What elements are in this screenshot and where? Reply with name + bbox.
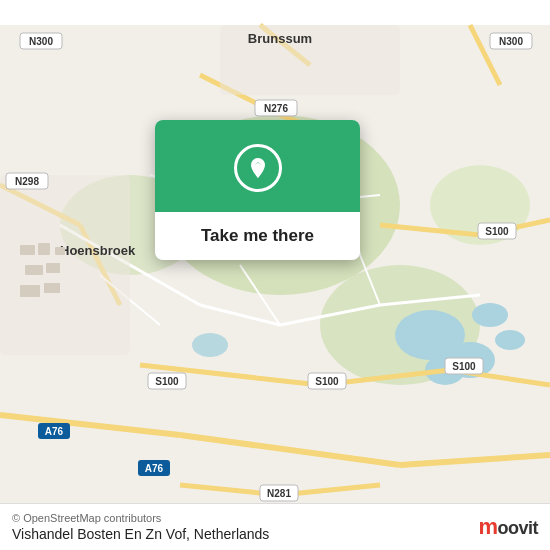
svg-text:N298: N298 [15,176,39,187]
svg-point-8 [472,303,508,327]
location-name: Vishandel Bosten En Zn Vof, Netherlands [12,526,269,542]
svg-point-10 [192,333,228,357]
svg-text:N300: N300 [499,36,523,47]
svg-text:Brunssum: Brunssum [248,31,312,46]
svg-text:S100: S100 [452,361,476,372]
svg-rect-68 [20,285,40,297]
svg-rect-67 [46,263,60,273]
svg-rect-65 [55,247,65,255]
svg-text:S100: S100 [485,226,509,237]
moovit-logo-text: moovit [478,514,538,540]
svg-text:S100: S100 [155,376,179,387]
bottom-bar: © OpenStreetMap contributors Vishandel B… [0,503,550,550]
svg-rect-63 [20,245,35,255]
svg-text:A76: A76 [45,426,64,437]
svg-rect-69 [44,283,60,293]
popup-bottom-section: Take me there [181,212,334,260]
map-container: N300 N300 N276 N298 A76 A76 S100 S100 S1… [0,0,550,550]
svg-text:A76: A76 [145,463,164,474]
moovit-logo: moovit [478,514,538,540]
popup-top-section [155,120,360,212]
svg-text:Hoensbroek: Hoensbroek [60,243,136,258]
svg-rect-37 [0,175,130,355]
copyright-text: © OpenStreetMap contributors [12,512,269,524]
svg-text:N281: N281 [267,488,291,499]
take-me-there-button[interactable]: Take me there [201,226,314,246]
bottom-info: © OpenStreetMap contributors Vishandel B… [12,512,269,542]
svg-point-9 [495,330,525,350]
svg-text:S100: S100 [315,376,339,387]
popup-card: Take me there [155,120,360,260]
svg-rect-66 [25,265,43,275]
map-background: N300 N300 N276 N298 A76 A76 S100 S100 S1… [0,0,550,550]
location-pin-icon [234,144,282,192]
svg-rect-64 [38,243,50,255]
svg-text:N300: N300 [29,36,53,47]
svg-text:N276: N276 [264,103,288,114]
